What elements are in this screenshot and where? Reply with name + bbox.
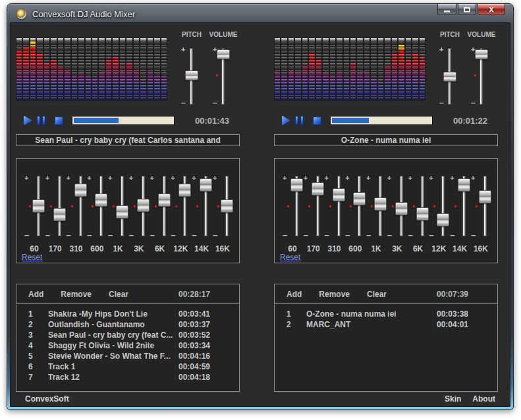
- eq-slider-12k[interactable]: +–: [171, 176, 190, 236]
- pitch-slider[interactable]: + –: [180, 43, 204, 107]
- spectrum-segment: [337, 57, 342, 60]
- remove-button[interactable]: Remove: [319, 290, 350, 299]
- eq-handle[interactable]: [333, 188, 345, 201]
- about-button[interactable]: About: [472, 394, 495, 404]
- eq-slider-14k[interactable]: +–: [192, 176, 211, 236]
- eq-slider-6k[interactable]: +–: [150, 176, 170, 236]
- pitch-slider[interactable]: + –: [438, 43, 462, 107]
- pitch-handle[interactable]: [185, 70, 198, 80]
- minus-mark: –: [171, 230, 175, 240]
- eq-handle[interactable]: [374, 197, 387, 211]
- eq-handle[interactable]: [353, 192, 366, 205]
- spectrum-segment: [99, 70, 104, 72]
- spectrum-segment: [78, 79, 84, 82]
- playlist-row[interactable]: 5Stevie Wonder - So What The F...00:04:1…: [28, 352, 210, 362]
- eq-slider-12k[interactable]: +–: [429, 176, 449, 236]
- minimize-button[interactable]: [437, 4, 456, 15]
- eq-slider-16k[interactable]: +–: [213, 176, 233, 236]
- clear-button[interactable]: Clear: [109, 290, 128, 299]
- eq-slider-310[interactable]: +–: [325, 176, 344, 236]
- playlist-row[interactable]: 1O-Zone - numa numa iei00:03:38: [287, 309, 468, 320]
- pitch-handle[interactable]: [443, 72, 456, 82]
- eq-slider-600[interactable]: +–: [345, 176, 365, 236]
- play-icon[interactable]: [282, 116, 290, 126]
- eq-reset-link[interactable]: Reset: [280, 253, 300, 262]
- eq-handle[interactable]: [158, 194, 171, 207]
- minus-mark: –: [283, 230, 287, 240]
- spectrum-segment: [392, 54, 397, 57]
- eq-handle[interactable]: [395, 202, 408, 215]
- stop-icon[interactable]: [313, 117, 321, 125]
- spectrum-segment: [106, 76, 111, 78]
- eq-slider-14k[interactable]: +–: [450, 176, 470, 236]
- add-button[interactable]: Add: [287, 290, 302, 299]
- playlist-row[interactable]: 4Shaggy Ft Olivia - Wild 2nite00:03:34: [28, 341, 210, 352]
- eq-track[interactable]: [358, 176, 361, 236]
- eq-handle[interactable]: [95, 194, 107, 207]
- eq-slider-170[interactable]: +–: [45, 176, 65, 236]
- playlist-row[interactable]: 3Sean Paul - cry baby cry (feat C...00:0…: [28, 330, 210, 341]
- eq-slider-3k[interactable]: +–: [129, 176, 149, 236]
- volume-slider[interactable]: + –: [211, 43, 235, 107]
- playlist-row[interactable]: 7Track 1200:04:18: [28, 373, 210, 383]
- playlist-row[interactable]: 6Track 100:04:59: [28, 362, 210, 373]
- progress-bar[interactable]: [72, 116, 175, 125]
- spectrum-segment: [99, 92, 104, 94]
- pause-icon[interactable]: [295, 116, 306, 125]
- maximize-button[interactable]: [458, 4, 476, 15]
- eq-handle[interactable]: [221, 199, 233, 213]
- playlist-row[interactable]: 2MARC_ANT00:04:01: [287, 320, 468, 330]
- eq-slider-310[interactable]: +–: [67, 176, 86, 236]
- stop-icon[interactable]: [55, 117, 63, 125]
- eq-slider-60[interactable]: +–: [283, 176, 302, 236]
- eq-handle[interactable]: [437, 213, 449, 226]
- eq-slider-1k[interactable]: +–: [108, 176, 128, 236]
- playlist-row[interactable]: 1Shakira -My Hips Don't Lie00:03:41: [28, 309, 210, 320]
- eq-handle[interactable]: [32, 199, 45, 213]
- spectrum-segment: [65, 70, 70, 72]
- close-button[interactable]: X: [478, 4, 505, 15]
- pause-icon[interactable]: [37, 116, 47, 125]
- eq-slider-3k[interactable]: +–: [387, 176, 407, 236]
- spectrum-segment: [275, 76, 280, 78]
- clear-button[interactable]: Clear: [367, 290, 387, 299]
- eq-handle[interactable]: [290, 178, 303, 192]
- eq-slider-170[interactable]: +–: [304, 176, 323, 236]
- eq-slider-1k[interactable]: +–: [366, 176, 386, 236]
- volume-slider[interactable]: + –: [470, 43, 493, 107]
- eq-handle[interactable]: [74, 184, 87, 197]
- eq-handle[interactable]: [416, 207, 429, 221]
- eq-track[interactable]: [441, 176, 445, 236]
- add-button[interactable]: Add: [28, 290, 43, 299]
- spectrum-segment: [72, 38, 77, 41]
- eq-handle[interactable]: [312, 182, 324, 196]
- eq-track[interactable]: [58, 176, 61, 236]
- eq-track[interactable]: [337, 176, 341, 236]
- volume-handle[interactable]: [475, 49, 488, 59]
- eq-track[interactable]: [421, 176, 424, 236]
- spectrum-segment: [86, 47, 91, 50]
- remove-button[interactable]: Remove: [61, 290, 92, 299]
- eq-handle[interactable]: [458, 178, 470, 192]
- eq-slider-60[interactable]: +–: [24, 176, 44, 236]
- playlist-row[interactable]: 2Outlandish - Guantanamo00:03:37: [28, 320, 210, 330]
- skin-button[interactable]: Skin: [445, 394, 461, 404]
- eq-track[interactable]: [483, 176, 487, 236]
- spectrum-segment: [37, 70, 42, 72]
- eq-handle[interactable]: [178, 184, 191, 197]
- eq-reset-link[interactable]: Reset: [22, 253, 42, 262]
- play-icon[interactable]: [24, 116, 32, 126]
- spectrum-segment: [412, 97, 418, 100]
- eq-slider-600[interactable]: +–: [87, 176, 107, 236]
- eq-handle[interactable]: [200, 178, 212, 192]
- eq-handle[interactable]: [116, 205, 128, 219]
- eq-slider-16k[interactable]: +–: [471, 176, 491, 236]
- eq-handle[interactable]: [137, 199, 150, 212]
- title-bar[interactable]: Convexsoft DJ Audio Mixer X: [10, 4, 510, 22]
- volume-handle[interactable]: [217, 49, 230, 59]
- spectrum-segment: [113, 79, 118, 82]
- eq-slider-6k[interactable]: +–: [408, 176, 428, 236]
- eq-handle[interactable]: [479, 190, 491, 203]
- eq-handle[interactable]: [53, 208, 66, 221]
- progress-bar[interactable]: [330, 116, 433, 125]
